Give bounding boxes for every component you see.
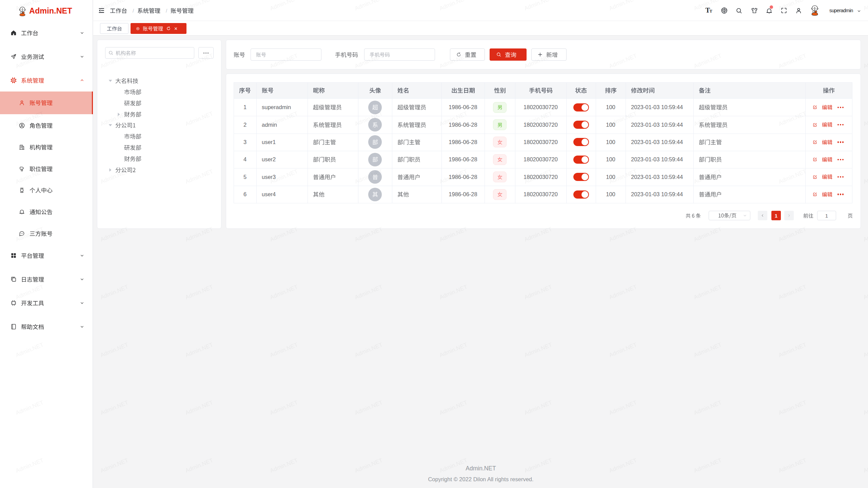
svg-text:T: T (709, 9, 712, 14)
